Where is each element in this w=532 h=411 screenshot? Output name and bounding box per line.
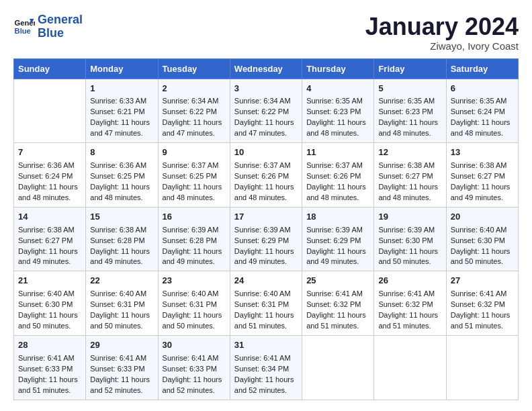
day-info-line: and 48 minutes. — [90, 193, 153, 203]
day-info-line: Sunrise: 6:41 AM — [18, 353, 81, 364]
day-number: 22 — [90, 275, 153, 287]
column-header-saturday: Saturday — [446, 58, 518, 79]
day-info-line: Sunrise: 6:34 AM — [234, 96, 298, 107]
day-info-line: and 50 minutes. — [18, 321, 81, 332]
day-number: 7 — [18, 146, 81, 159]
calendar-cell: 18Sunrise: 6:39 AMSunset: 6:29 PMDayligh… — [302, 207, 374, 271]
day-info-line: Sunrise: 6:37 AM — [306, 161, 369, 171]
column-header-monday: Monday — [86, 58, 158, 79]
day-info-line: Sunrise: 6:36 AM — [18, 161, 81, 171]
day-info-line: Daylight: 11 hours — [163, 246, 226, 257]
day-info-line: Sunset: 6:28 PM — [163, 236, 226, 246]
calendar-cell — [446, 335, 518, 400]
day-info-line: Daylight: 11 hours — [378, 310, 441, 321]
day-number: 27 — [451, 275, 514, 287]
day-info-line: and 49 minutes. — [306, 257, 369, 267]
day-info-line: Sunset: 6:27 PM — [378, 171, 441, 182]
calendar-cell: 3Sunrise: 6:34 AMSunset: 6:22 PMDaylight… — [230, 79, 302, 143]
day-info-line: Daylight: 11 hours — [234, 246, 298, 257]
calendar-cell — [302, 335, 374, 400]
day-info-line: Daylight: 11 hours — [234, 182, 298, 193]
day-info-line: Daylight: 11 hours — [451, 310, 514, 321]
calendar-cell — [14, 79, 86, 143]
calendar-cell: 6Sunrise: 6:35 AMSunset: 6:24 PMDaylight… — [446, 79, 518, 143]
day-info-line: Sunset: 6:30 PM — [378, 236, 441, 246]
day-info-line: and 47 minutes. — [163, 128, 226, 139]
calendar-cell: 31Sunrise: 6:41 AMSunset: 6:34 PMDayligh… — [230, 335, 302, 400]
day-info-line: Sunrise: 6:41 AM — [163, 353, 226, 364]
calendar-cell: 16Sunrise: 6:39 AMSunset: 6:28 PMDayligh… — [158, 207, 230, 271]
calendar-cell: 15Sunrise: 6:38 AMSunset: 6:28 PMDayligh… — [86, 207, 158, 271]
calendar-cell — [374, 335, 446, 400]
calendar-cell: 10Sunrise: 6:37 AMSunset: 6:26 PMDayligh… — [230, 143, 302, 208]
day-info-line: Daylight: 11 hours — [90, 246, 153, 257]
column-header-wednesday: Wednesday — [230, 58, 302, 79]
calendar-cell: 30Sunrise: 6:41 AMSunset: 6:33 PMDayligh… — [158, 335, 230, 400]
column-header-thursday: Thursday — [302, 58, 374, 79]
day-info-line: Sunrise: 6:35 AM — [451, 96, 514, 107]
day-info-line: Sunset: 6:30 PM — [451, 236, 514, 246]
calendar-week-row: 7Sunrise: 6:36 AMSunset: 6:24 PMDaylight… — [14, 143, 519, 208]
day-info-line: Sunset: 6:23 PM — [306, 107, 369, 118]
calendar-week-row: 21Sunrise: 6:40 AMSunset: 6:30 PMDayligh… — [14, 271, 519, 336]
day-info-line: Daylight: 11 hours — [451, 246, 514, 257]
day-info-line: Sunrise: 6:37 AM — [163, 161, 226, 171]
day-info-line: Sunrise: 6:39 AM — [306, 225, 369, 236]
day-info-line: and 48 minutes. — [378, 193, 441, 203]
day-info-line: Sunrise: 6:39 AM — [163, 225, 226, 236]
title-block: January 2024 Ziwayo, Ivory Coast — [365, 13, 519, 52]
day-number: 26 — [378, 275, 441, 287]
day-info-line: Sunset: 6:22 PM — [163, 107, 226, 118]
day-info-line: Sunset: 6:27 PM — [451, 171, 514, 182]
day-number: 21 — [18, 275, 81, 287]
day-info-line: and 51 minutes. — [18, 385, 81, 396]
day-info-line: Daylight: 11 hours — [234, 310, 298, 321]
day-info-line: Sunrise: 6:35 AM — [378, 96, 441, 107]
day-number: 13 — [451, 146, 514, 159]
day-info-line: Daylight: 11 hours — [378, 246, 441, 257]
day-info-line: Sunrise: 6:40 AM — [90, 289, 153, 300]
day-info-line: Daylight: 11 hours — [90, 310, 153, 321]
day-number: 3 — [234, 83, 298, 95]
day-number: 2 — [163, 83, 226, 95]
day-info-line: and 51 minutes. — [306, 321, 369, 332]
day-info-line: Daylight: 11 hours — [18, 310, 81, 321]
day-info-line: and 52 minutes. — [163, 385, 226, 396]
day-info-line: Daylight: 11 hours — [451, 118, 514, 128]
day-number: 14 — [18, 211, 81, 224]
day-number: 1 — [90, 83, 153, 95]
day-info-line: Sunrise: 6:38 AM — [90, 225, 153, 236]
day-info-line: and 48 minutes. — [163, 193, 226, 203]
day-info-line: Sunrise: 6:38 AM — [18, 225, 81, 236]
day-info-line: Sunset: 6:32 PM — [451, 300, 514, 310]
day-info-line: Daylight: 11 hours — [18, 182, 81, 193]
calendar-cell: 24Sunrise: 6:40 AMSunset: 6:31 PMDayligh… — [230, 271, 302, 336]
calendar-cell: 20Sunrise: 6:40 AMSunset: 6:30 PMDayligh… — [446, 207, 518, 271]
calendar-cell: 12Sunrise: 6:38 AMSunset: 6:27 PMDayligh… — [374, 143, 446, 208]
calendar-week-row: 14Sunrise: 6:38 AMSunset: 6:27 PMDayligh… — [14, 207, 519, 271]
day-number: 19 — [378, 211, 441, 224]
day-number: 4 — [306, 83, 369, 95]
day-info-line: Sunset: 6:22 PM — [234, 107, 298, 118]
location-subtitle: Ziwayo, Ivory Coast — [365, 40, 519, 52]
day-info-line: Sunset: 6:29 PM — [234, 236, 298, 246]
day-number: 16 — [163, 211, 226, 224]
day-info-line: and 52 minutes. — [234, 385, 298, 396]
calendar-cell: 29Sunrise: 6:41 AMSunset: 6:33 PMDayligh… — [86, 335, 158, 400]
day-info-line: Sunset: 6:28 PM — [90, 236, 153, 246]
day-info-line: Daylight: 11 hours — [90, 182, 153, 193]
day-info-line: Sunrise: 6:40 AM — [163, 289, 226, 300]
calendar-cell: 4Sunrise: 6:35 AMSunset: 6:23 PMDaylight… — [302, 79, 374, 143]
calendar-cell: 8Sunrise: 6:36 AMSunset: 6:25 PMDaylight… — [86, 143, 158, 208]
day-info-line: Sunset: 6:21 PM — [90, 107, 153, 118]
day-number: 23 — [163, 275, 226, 287]
svg-text:Blue: Blue — [15, 26, 31, 34]
day-number: 25 — [306, 275, 369, 287]
day-info-line: and 47 minutes. — [90, 128, 153, 139]
day-info-line: and 50 minutes. — [163, 321, 226, 332]
day-info-line: Sunrise: 6:41 AM — [378, 289, 441, 300]
day-info-line: Daylight: 11 hours — [90, 375, 153, 385]
month-title: January 2024 — [365, 13, 519, 40]
calendar-cell: 23Sunrise: 6:40 AMSunset: 6:31 PMDayligh… — [158, 271, 230, 336]
day-info-line: Sunset: 6:33 PM — [163, 364, 226, 375]
